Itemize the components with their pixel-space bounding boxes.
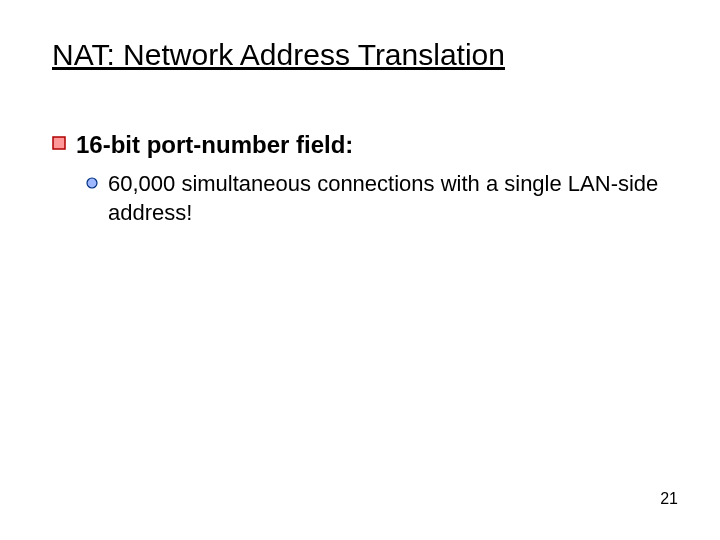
svg-rect-0: [53, 137, 65, 149]
bullet-level2: 60,000 simultaneous connections with a s…: [86, 170, 660, 227]
slide-body: 16-bit port-number field: 60,000 simulta…: [52, 130, 660, 227]
page-number: 21: [660, 490, 678, 508]
slide-title: NAT: Network Address Translation: [52, 38, 505, 72]
circle-bullet-icon: [86, 177, 98, 189]
bullet-level1-text: 16-bit port-number field:: [76, 130, 353, 160]
bullet-level2-text: 60,000 simultaneous connections with a s…: [108, 170, 660, 227]
slide: NAT: Network Address Translation 16-bit …: [0, 0, 720, 540]
square-bullet-icon: [52, 136, 66, 150]
bullet-level1: 16-bit port-number field:: [52, 130, 660, 160]
